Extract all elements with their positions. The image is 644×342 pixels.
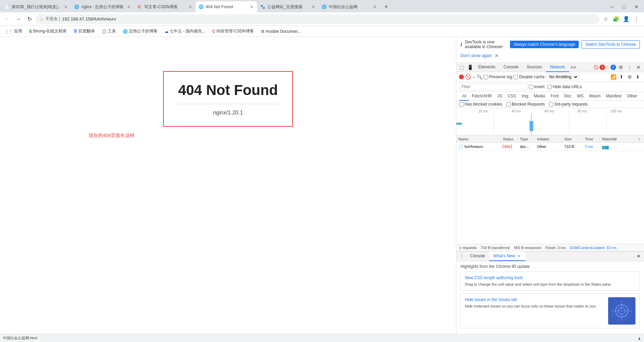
row-type: doc... <box>518 145 535 149</box>
devtools-panel: ℹ DevTools is now available in Chinese! … <box>456 37 644 334</box>
filter-doc[interactable]: Doc <box>561 92 574 101</box>
tab-3[interactable]: C 写文章-CSDN博客 ✕ <box>134 1 196 12</box>
dont-show-again-button[interactable]: Don't show again <box>460 52 492 59</box>
tab-close-1[interactable]: ✕ <box>63 4 69 10</box>
blocked-cookies-checkbox[interactable]: Has blocked cookies <box>459 102 502 107</box>
filter-css[interactable]: CSS <box>505 92 519 101</box>
filter-input[interactable] <box>459 83 527 90</box>
row-waterfall <box>600 144 644 149</box>
minimize-button[interactable]: ─ <box>607 2 617 12</box>
filter-media[interactable]: Media <box>531 92 548 101</box>
tab-network[interactable]: Network <box>546 63 569 72</box>
more-tabs-button[interactable]: >> <box>569 65 577 70</box>
timeline-label-40: 40 ms <box>511 109 521 113</box>
sort-icon: ↕ <box>639 137 644 141</box>
close-bottom-panel-button[interactable]: ✕ <box>634 252 643 260</box>
resources-size: 555 B resources <box>514 246 541 250</box>
tab-sources[interactable]: Sources <box>523 63 546 72</box>
filter-font[interactable]: Font <box>548 92 561 101</box>
tab-5[interactable]: 🐾 公益网站_百度搜索 ✕ <box>257 1 319 12</box>
upload-icon[interactable]: ⬆ <box>618 73 625 80</box>
extension-puzzle-icon[interactable]: 🧩 <box>611 14 621 24</box>
devtools-tab-bar: Elements Console Sources Network >> 🚫 <box>474 63 643 72</box>
bookmark-csdn[interactable]: C 内容管理-CSDN博客 <box>210 28 256 35</box>
bookmark-qiniu[interactable]: ☁ 七牛云 - 国内领先... <box>162 28 207 35</box>
filter-button[interactable]: ⬦ <box>472 74 475 80</box>
download-icon[interactable]: ⬇ <box>634 73 641 80</box>
bookmark-ansible[interactable]: ⚙ Ansible Documen... <box>259 28 303 35</box>
maximize-button[interactable]: □ <box>619 2 629 12</box>
filter-img[interactable]: Img <box>519 92 531 101</box>
table-row[interactable]: 📄 fuhrfvrwurv 404 doc... Other 710 B 3 m… <box>456 143 644 150</box>
tab-elements[interactable]: Elements <box>474 63 499 72</box>
bookmark-wangqing[interactable]: 🌐 忘情公子的博客 <box>121 28 160 35</box>
bookmark-ansible-label: Ansible Documen... <box>266 29 301 34</box>
address-bar[interactable]: ⚠ 不安全 | 192.168.47.158/fuhrfvrwurv <box>36 14 600 24</box>
filter-wasm[interactable]: Wasm <box>586 92 603 101</box>
notification-close-icon[interactable]: ✕ <box>495 53 499 58</box>
tab-6[interactable]: 🌐 中国社会公益网 ✕ <box>319 1 380 12</box>
tab-close-3[interactable]: ✕ <box>187 4 193 10</box>
filter-manifest[interactable]: Manifest <box>603 92 624 101</box>
tab-close-5[interactable]: ✕ <box>310 4 316 10</box>
feature-card-2-text: Hide issues in the Issues tab Hide irrel… <box>465 297 604 325</box>
disable-cache-checkbox[interactable]: Disable cache <box>513 74 545 79</box>
apps-icon: ⋮⋮ <box>5 29 13 34</box>
filter-other[interactable]: Other <box>624 92 640 101</box>
tab-console[interactable]: Console <box>499 63 523 72</box>
inspect-element-button[interactable]: ⬚ <box>458 63 466 71</box>
whatsnew-close-button[interactable]: ✕ <box>516 254 521 258</box>
feature-1-title[interactable]: New CSS length authoring tools <box>465 275 635 280</box>
tab-close-2[interactable]: ✕ <box>126 4 131 10</box>
filter-ws[interactable]: WS <box>574 92 586 101</box>
main-area: 404 Not Found nginx/1.20.1 现在的404页面长这样 ℹ… <box>0 37 644 334</box>
close-browser-button[interactable]: ✕ <box>632 2 641 12</box>
match-language-button[interactable]: Always match Chrome's language <box>510 41 579 48</box>
requests-table[interactable]: Name Status Type Initiator Size Time Wat… <box>456 135 644 244</box>
bookmark-button[interactable]: ☆ <box>601 14 611 24</box>
search-button[interactable]: 🔍 <box>477 74 482 80</box>
record-button[interactable] <box>459 74 464 79</box>
throttle-select[interactable]: No throttling <box>546 73 579 80</box>
feature-2-title[interactable]: Hide issues in the Issues tab <box>465 297 604 302</box>
bookmark-strong-label: Strong-在线文档库 <box>33 28 67 34</box>
apps-button[interactable]: ⋮⋮ 应用 <box>3 28 24 35</box>
settings-button[interactable]: ⚙ <box>617 63 625 71</box>
filter-all[interactable]: All <box>459 92 469 101</box>
clear-button[interactable]: 🚫 <box>465 74 471 80</box>
bottom-tab-console[interactable]: Console <box>466 251 489 261</box>
filter-fetch-xhr[interactable]: Fetch/XHR <box>469 92 495 101</box>
back-button[interactable]: ← <box>3 14 12 24</box>
device-toolbar-button[interactable]: 📱 <box>466 63 474 71</box>
tab-close-6[interactable]: ✕ <box>372 4 377 10</box>
blocked-requests-checkbox[interactable]: Blocked Requests <box>506 102 545 107</box>
row-name: 📄 fuhrfvrwurv <box>456 144 501 149</box>
devtools-menu-button[interactable]: ⋮ <box>626 63 634 71</box>
bookmark-strong[interactable]: S Strong-在线文档库 <box>27 28 69 35</box>
preserve-log-checkbox[interactable]: Preserve log <box>484 74 512 79</box>
timeline-area[interactable]: 20 ms 40 ms 60 ms 80 ms 100 ms <box>456 108 644 135</box>
forward-button[interactable]: → <box>14 14 23 24</box>
tab-4[interactable]: 🌐 404 Not Found ✕ <box>196 1 257 12</box>
tab-close-4[interactable]: ✕ <box>249 4 254 10</box>
hide-data-urls-checkbox[interactable]: Hide data URLs <box>547 84 582 89</box>
account-button[interactable]: 👤 <box>621 14 631 24</box>
network-settings-icon[interactable]: ⚙ <box>626 73 633 80</box>
menu-button[interactable]: ⋮ <box>632 14 641 24</box>
timeline-label-60: 60 ms <box>545 109 554 113</box>
filter-js[interactable]: JS <box>495 92 505 101</box>
devtools-close-button[interactable]: ✕ <box>634 63 643 71</box>
bookmark-baidu-translate[interactable]: 百 百度翻译 <box>71 28 97 35</box>
bottom-tab-whatsnew[interactable]: What's New ✕ <box>489 251 525 261</box>
switch-chinese-button[interactable]: Switch DevTools to Chinese <box>581 40 640 49</box>
bottom-menu-button[interactable]: ⋮ <box>458 252 466 260</box>
expand-icon[interactable]: ▲ <box>638 336 641 340</box>
reload-button[interactable]: ↻ <box>25 14 34 24</box>
tab-2[interactable]: 🌐 nginx - 忘情公子的博客 ✕ <box>71 1 134 12</box>
bookmark-tools[interactable]: 📋 工具 <box>99 28 118 35</box>
third-party-checkbox[interactable]: 3rd-party requests <box>549 102 588 107</box>
new-tab-button[interactable]: + <box>381 2 391 12</box>
tab-1[interactable]: 📄 第92章_我行让我来[电竞]... ✕ <box>1 1 71 12</box>
wifi-icon[interactable]: 📶 <box>610 73 617 80</box>
invert-checkbox[interactable]: Invert <box>529 84 545 89</box>
